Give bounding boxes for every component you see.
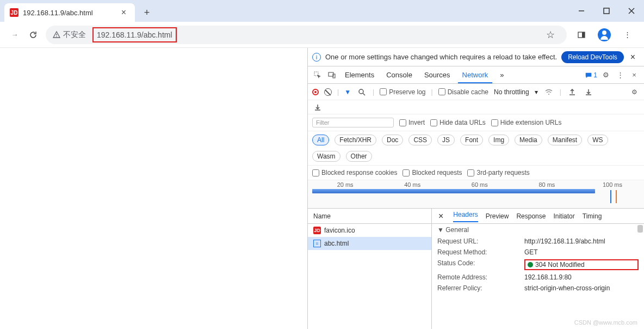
svg-line-12 — [363, 93, 365, 95]
new-tab-button[interactable]: + — [139, 5, 154, 20]
tab-more[interactable]: » — [496, 68, 508, 82]
svg-rect-10 — [333, 74, 335, 78]
scrollbar[interactable] — [637, 225, 643, 233]
detail-tab-preview[interactable]: Preview — [486, 212, 509, 220]
svg-point-13 — [548, 94, 549, 95]
close-tab-icon[interactable]: × — [118, 8, 129, 17]
banner-msg: One or more settings have changed which … — [325, 53, 557, 61]
header-row: Status Code:304 Not Modified — [432, 258, 644, 272]
side-panel-icon[interactable] — [573, 27, 590, 43]
header-row: Remote Address:192.168.11.9:80 — [432, 272, 644, 283]
type-pill-doc[interactable]: Doc — [382, 135, 403, 145]
third-party-checkbox[interactable]: 3rd-party requests — [467, 169, 529, 176]
file-name: abc.html — [324, 240, 349, 247]
detail-tab-response[interactable]: Response — [516, 212, 546, 220]
minimize-button[interactable] — [569, 0, 594, 22]
header-row: Request Method:GET — [432, 247, 644, 258]
general-section[interactable]: ▼ General — [432, 224, 644, 236]
tab-sources[interactable]: Sources — [420, 68, 455, 82]
blocked-cookies-checkbox[interactable]: Blocked response cookies — [312, 169, 397, 176]
wifi-icon[interactable] — [543, 87, 554, 98]
bookmark-icon[interactable]: ☆ — [546, 29, 555, 41]
blocked-req-checkbox[interactable]: Blocked requests — [403, 169, 462, 176]
reload-button[interactable] — [24, 26, 42, 44]
throttling-select[interactable]: No throttling — [494, 88, 529, 96]
clear-icon[interactable] — [324, 88, 332, 96]
forward-button[interactable]: → — [5, 26, 24, 44]
download-icon[interactable] — [583, 87, 594, 98]
favicon-icon: JD — [10, 8, 18, 17]
record-icon[interactable] — [312, 89, 319, 95]
type-pill-css[interactable]: CSS — [408, 135, 432, 145]
info-icon: i — [312, 53, 321, 62]
file-name: favicon.ico — [324, 227, 355, 234]
tab-console[interactable]: Console — [382, 68, 417, 82]
preserve-log-checkbox[interactable]: Preserve log — [380, 88, 425, 96]
close-devtools-icon[interactable]: × — [629, 70, 640, 81]
request-list: Name JDfavicon.ico≡abc.html — [308, 209, 432, 329]
disable-cache-checkbox[interactable]: Disable cache — [438, 88, 488, 96]
filter-input[interactable]: Filter — [312, 118, 394, 127]
download-har-icon[interactable] — [312, 102, 323, 113]
header-row: Referrer Policy:strict-origin-when-cross… — [432, 283, 644, 294]
maximize-button[interactable] — [594, 0, 619, 22]
search-icon[interactable] — [356, 87, 367, 98]
svg-rect-1 — [604, 8, 609, 14]
upload-icon[interactable] — [567, 87, 578, 98]
type-pill-fetch/xhr[interactable]: Fetch/XHR — [335, 135, 376, 145]
close-banner-icon[interactable]: × — [628, 52, 637, 62]
tab-title: 192.168.11.9/abc.html — [23, 9, 93, 17]
network-toolbar: | ▼ | Preserve log | Disable cache No th… — [308, 84, 644, 100]
security-indicator[interactable]: 不安全 — [52, 30, 86, 40]
close-window-button[interactable] — [619, 0, 644, 22]
request-row[interactable]: ≡abc.html — [308, 237, 431, 250]
watermark: CSDN @www.mcb.com — [574, 319, 637, 326]
request-row[interactable]: JDfavicon.ico — [308, 224, 431, 237]
detail-tab-timing[interactable]: Timing — [583, 212, 602, 220]
svg-rect-7 — [582, 32, 585, 38]
browser-tab[interactable]: JD 192.168.11.9/abc.html × — [4, 3, 135, 22]
detail-tab-initiator[interactable]: Initiator — [553, 212, 574, 220]
file-icon: JD — [313, 227, 321, 234]
net-settings-icon[interactable]: ⚙ — [629, 87, 640, 98]
filter-toggle-icon[interactable]: ▼ — [344, 88, 351, 96]
reload-banner: i One or more settings have changed whic… — [308, 48, 644, 66]
file-icon: ≡ — [313, 240, 321, 247]
reload-devtools-button[interactable]: Reload DevTools — [561, 51, 624, 63]
hide-data-checkbox[interactable]: Hide data URLs — [430, 119, 486, 126]
type-pill-js[interactable]: JS — [437, 135, 455, 145]
type-pill-img[interactable]: Img — [488, 135, 509, 145]
address-bar[interactable]: 不安全 192.168.11.9/abc.html ☆ — [46, 26, 567, 44]
type-pill-manifest[interactable]: Manifest — [548, 135, 582, 145]
menu-button[interactable]: ⋮ — [619, 27, 635, 43]
issues-badge[interactable]: 1 — [585, 71, 597, 79]
type-pill-font[interactable]: Font — [460, 135, 483, 145]
inspect-icon[interactable] — [312, 70, 323, 81]
filter-types: AllFetch/XHRDocCSSJSFontImgMediaManifest… — [308, 131, 644, 166]
type-pill-other[interactable]: Other — [346, 151, 372, 162]
throttling-chevron-icon[interactable]: ▾ — [535, 88, 538, 96]
request-detail: × Headers Preview Response Initiator Tim… — [432, 209, 644, 329]
settings-icon[interactable]: ⚙ — [600, 70, 611, 81]
tab-elements[interactable]: Elements — [340, 68, 379, 82]
hide-ext-checkbox[interactable]: Hide extension URLs — [491, 119, 562, 126]
warning-icon — [52, 31, 61, 39]
detail-tab-headers[interactable]: Headers — [453, 211, 478, 222]
close-detail-icon[interactable]: × — [436, 211, 445, 221]
browser-toolbar: → 不安全 192.168.11.9/abc.html ☆ ⋮ — [0, 22, 644, 48]
type-pill-ws[interactable]: WS — [587, 135, 608, 145]
tab-network[interactable]: Network — [458, 68, 493, 83]
svg-point-5 — [56, 36, 57, 37]
timeline[interactable]: 20 ms40 ms60 ms80 ms100 ms — [308, 180, 644, 209]
type-pill-wasm[interactable]: Wasm — [312, 151, 340, 162]
chat-icon — [585, 71, 592, 79]
filter-row-1: Filter Invert Hide data URLs Hide extens… — [308, 114, 644, 131]
kebab-icon[interactable]: ⋮ — [615, 70, 626, 81]
invert-checkbox[interactable]: Invert — [399, 119, 425, 126]
type-pill-all[interactable]: All — [312, 135, 329, 145]
devtools-panel: i One or more settings have changed whic… — [308, 48, 644, 329]
profile-button[interactable] — [596, 27, 612, 43]
name-header[interactable]: Name — [308, 209, 431, 224]
type-pill-media[interactable]: Media — [515, 135, 542, 145]
device-icon[interactable] — [326, 70, 337, 81]
